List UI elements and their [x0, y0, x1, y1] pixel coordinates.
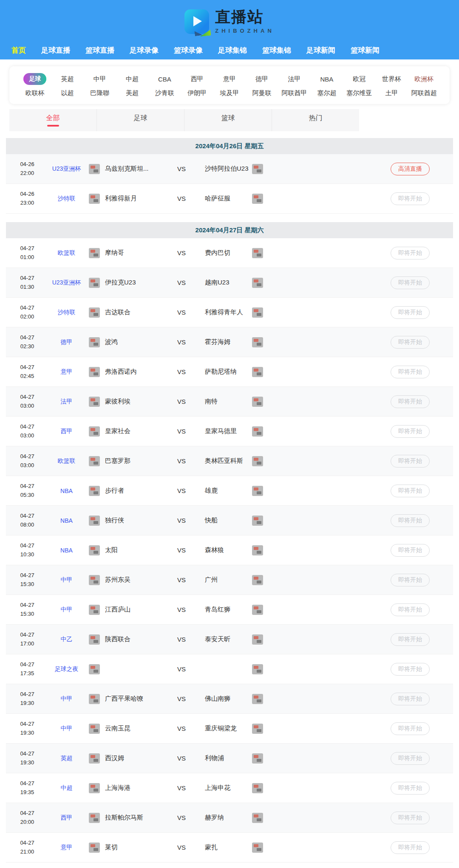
upcoming-status-button[interactable]: 即将开始: [391, 366, 430, 378]
match-row[interactable]: 04-2703:00欧篮联巴塞罗那VS奥林匹亚科斯即将开始: [6, 446, 453, 476]
match-row[interactable]: 04-2708:00NBA独行侠VS快船即将开始: [6, 506, 453, 535]
league-link[interactable]: U23亚洲杯: [48, 279, 85, 287]
upcoming-status-button[interactable]: 即将开始: [391, 336, 430, 349]
league-link[interactable]: 西甲: [48, 428, 85, 435]
match-row[interactable]: 04-2702:00沙特联吉达联合VS利雅得青年人即将开始: [6, 298, 453, 327]
match-row[interactable]: 04-2715:30中甲苏州东吴VS广州即将开始: [6, 565, 453, 595]
nav-item-足球录像[interactable]: 足球录像: [130, 45, 159, 55]
league-link[interactable]: 中甲: [48, 725, 85, 733]
tab-足球[interactable]: 足球: [96, 109, 184, 131]
filter-tag-足球[interactable]: 足球: [23, 73, 46, 85]
upcoming-status-button[interactable]: 即将开始: [391, 306, 430, 319]
match-row[interactable]: 04-2719:35中超上海海港VS上海申花即将开始: [6, 773, 453, 803]
nav-item-篮球新闻[interactable]: 篮球新闻: [351, 45, 380, 55]
match-row[interactable]: 04-2701:00欧篮联摩纳哥VS费内巴切即将开始: [6, 238, 453, 268]
league-link[interactable]: 中乙: [48, 636, 85, 643]
filter-tag-塞尔超[interactable]: 塞尔超: [317, 89, 336, 97]
filter-tag-意甲[interactable]: 意甲: [223, 75, 236, 83]
league-link[interactable]: 西甲: [48, 814, 85, 822]
league-link[interactable]: 中甲: [48, 606, 85, 614]
filter-tag-欧冠[interactable]: 欧冠: [353, 75, 366, 83]
filter-tag-阿联酋超[interactable]: 阿联酋超: [411, 89, 437, 97]
match-row[interactable]: 04-2705:30NBA步行者VS雄鹿即将开始: [6, 476, 453, 506]
upcoming-status-button[interactable]: 即将开始: [391, 514, 430, 527]
match-row[interactable]: 04-2702:30德甲波鸿VS霍芬海姆即将开始: [6, 327, 453, 357]
site-logo[interactable]: 直播站 ZHIBOZHAN: [184, 9, 275, 34]
tab-全部[interactable]: 全部: [9, 109, 96, 131]
league-link[interactable]: 法甲: [48, 398, 85, 406]
filter-tag-美超[interactable]: 美超: [126, 89, 139, 97]
league-link[interactable]: 中甲: [48, 695, 85, 703]
filter-tag-阿联酋甲[interactable]: 阿联酋甲: [282, 89, 307, 97]
filter-tag-中超[interactable]: 中超: [126, 75, 139, 83]
league-link[interactable]: 欧篮联: [48, 457, 85, 465]
upcoming-status-button[interactable]: 即将开始: [391, 276, 430, 289]
upcoming-status-button[interactable]: 即将开始: [391, 485, 430, 497]
upcoming-status-button[interactable]: 即将开始: [391, 544, 430, 557]
upcoming-status-button[interactable]: 即将开始: [391, 425, 430, 438]
upcoming-status-button[interactable]: 即将开始: [391, 693, 430, 705]
match-row[interactable]: 04-2703:00西甲皇家社会VS皇家马德里即将开始: [6, 417, 453, 446]
nav-item-篮球录像[interactable]: 篮球录像: [174, 45, 203, 55]
hd-live-button[interactable]: 高清直播: [391, 163, 430, 175]
upcoming-status-button[interactable]: 即将开始: [391, 455, 430, 468]
league-link[interactable]: 英超: [48, 755, 85, 762]
filter-tag-伊朗甲[interactable]: 伊朗甲: [187, 89, 207, 97]
match-row[interactable]: 04-2715:30中甲江西庐山VS青岛红狮即将开始: [6, 595, 453, 625]
league-link[interactable]: 意甲: [48, 368, 85, 376]
match-row[interactable]: 04-2710:30NBA太阳VS森林狼即将开始: [6, 535, 453, 565]
match-row[interactable]: 04-2719:30中甲广西平果哈嘹VS佛山南狮即将开始: [6, 684, 453, 714]
upcoming-status-button[interactable]: 即将开始: [391, 395, 430, 408]
upcoming-status-button[interactable]: 即将开始: [391, 574, 430, 586]
match-row[interactable]: 04-2720:00西甲拉斯帕尔马斯VS赫罗纳即将开始: [6, 803, 453, 833]
filter-tag-塞尔维亚[interactable]: 塞尔维亚: [346, 89, 372, 97]
nav-item-首页[interactable]: 首页: [11, 45, 26, 55]
league-link[interactable]: U23亚洲杯: [48, 165, 85, 173]
filter-tag-埃及甲[interactable]: 埃及甲: [220, 89, 239, 97]
filter-tag-沙青联[interactable]: 沙青联: [155, 89, 174, 97]
filter-tag-阿曼联[interactable]: 阿曼联: [252, 89, 272, 97]
match-row[interactable]: 04-2703:00法甲蒙彼利埃VS南特即将开始: [6, 387, 453, 417]
tab-篮球[interactable]: 篮球: [184, 109, 272, 131]
match-row[interactable]: 04-2717:00中乙陕西联合VS泰安天昕即将开始: [6, 625, 453, 654]
league-link[interactable]: 德甲: [48, 338, 85, 346]
league-link[interactable]: 足球之夜: [48, 665, 85, 673]
match-row[interactable]: 04-2719:30中甲云南玉昆VS重庆铜梁龙即将开始: [6, 714, 453, 744]
filter-tag-西甲[interactable]: 西甲: [191, 75, 204, 83]
nav-item-篮球直播[interactable]: 篮球直播: [85, 45, 114, 55]
filter-tag-法甲[interactable]: 法甲: [288, 75, 301, 83]
filter-tag-欧洲杯[interactable]: 欧洲杯: [414, 75, 434, 83]
filter-tag-土甲[interactable]: 土甲: [385, 89, 398, 97]
filter-tag-中甲[interactable]: 中甲: [94, 75, 106, 83]
nav-item-足球集锦[interactable]: 足球集锦: [218, 45, 247, 55]
filter-tag-巴隆聯[interactable]: 巴隆聯: [90, 89, 109, 97]
league-link[interactable]: 中超: [48, 784, 85, 792]
league-link[interactable]: 沙特联: [48, 309, 85, 316]
upcoming-status-button[interactable]: 即将开始: [391, 633, 430, 646]
filter-tag-世界杯[interactable]: 世界杯: [382, 75, 401, 83]
league-link[interactable]: NBA: [48, 488, 85, 494]
upcoming-status-button[interactable]: 即将开始: [391, 812, 430, 824]
filter-tag-德甲[interactable]: 德甲: [255, 75, 268, 83]
upcoming-status-button[interactable]: 即将开始: [391, 841, 430, 854]
upcoming-status-button[interactable]: 即将开始: [391, 603, 430, 616]
match-row[interactable]: 04-2623:00沙特联利雅得新月VS哈萨征服即将开始: [6, 184, 453, 214]
match-row[interactable]: 04-2702:45意甲弗洛西诺内VS萨勒尼塔纳即将开始: [6, 357, 453, 387]
league-link[interactable]: NBA: [48, 517, 85, 524]
upcoming-status-button[interactable]: 即将开始: [391, 722, 430, 735]
filter-tag-NBA[interactable]: NBA: [320, 76, 333, 83]
filter-tag-英超[interactable]: 英超: [61, 75, 74, 83]
league-link[interactable]: 中甲: [48, 576, 85, 584]
match-row[interactable]: 04-2719:30英超西汉姆VS利物浦即将开始: [6, 744, 453, 773]
league-link[interactable]: 沙特联: [48, 195, 85, 203]
match-row[interactable]: 04-2721:00意甲莱切VS蒙扎即将开始: [6, 833, 453, 862]
filter-tag-CBA[interactable]: CBA: [158, 76, 171, 83]
upcoming-status-button[interactable]: 即将开始: [391, 782, 430, 795]
match-row[interactable]: 04-2701:30U23亚洲杯伊拉克U23VS越南U23即将开始: [6, 268, 453, 298]
match-row[interactable]: 04-2717:35足球之夜VS即将开始: [6, 654, 453, 684]
upcoming-status-button[interactable]: 即将开始: [391, 192, 430, 205]
filter-tag-欧联杯[interactable]: 欧联杯: [26, 89, 45, 97]
match-row[interactable]: 04-2622:00U23亚洲杯乌兹别克斯坦...VS沙特阿拉伯U23高清直播: [6, 154, 453, 184]
nav-item-篮球集锦[interactable]: 篮球集锦: [262, 45, 291, 55]
tab-热门[interactable]: 热门: [272, 109, 359, 131]
